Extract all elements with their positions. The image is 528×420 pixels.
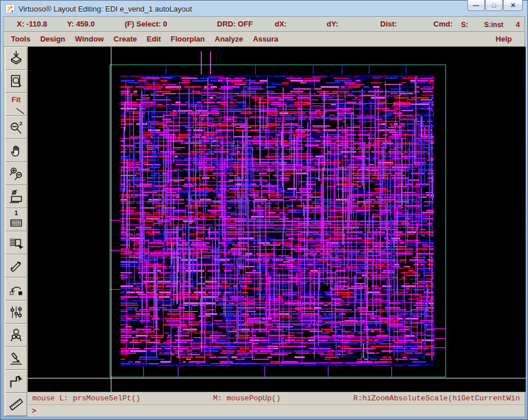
- stretch-icon: [9, 235, 24, 250]
- pan-button[interactable]: [5, 139, 27, 162]
- dy-readout: dY:: [327, 20, 338, 28]
- status-bar: X: -110.8 Y: 459.0 (F) Select: 0 DRD: OF…: [3, 17, 525, 32]
- verify-icon: [9, 351, 24, 366]
- create-instance-icon: [9, 215, 24, 230]
- menu-edit[interactable]: Edit: [147, 35, 161, 43]
- create-rectangle-icon: [9, 189, 24, 204]
- fit-button[interactable]: Fit: [5, 93, 27, 116]
- s-inst-readout: S:inst: [484, 21, 503, 29]
- layout-canvas[interactable]: [28, 47, 526, 392]
- create-path-icon: [9, 258, 24, 273]
- rotate-icon: [9, 282, 24, 297]
- close-button[interactable]: ✕: [503, 0, 523, 11]
- ruler-icon: [9, 397, 24, 412]
- y-coordinate-readout: Y: 459.0: [67, 20, 95, 28]
- fit-label: Fit: [6, 95, 27, 104]
- app-icon: [5, 4, 15, 13]
- fit-slash-icon: [16, 107, 25, 114]
- s-inst-count: 4: [516, 21, 520, 29]
- save-button[interactable]: [5, 47, 27, 70]
- dist-readout: Dist:: [380, 20, 397, 28]
- rotate-button[interactable]: [5, 278, 27, 301]
- layout-editing-area[interactable]: [28, 47, 525, 392]
- mouse-middle-binding: M: mousePopUp(): [213, 394, 280, 403]
- dx-readout: dX:: [275, 20, 287, 28]
- route-wire-button[interactable]: [5, 370, 27, 393]
- search-icon: [9, 328, 24, 343]
- menu-assura[interactable]: Assura: [253, 35, 278, 43]
- window-title: Virtuoso® Layout Editing: EDI e_vend_1 a…: [18, 5, 192, 13]
- x-coordinate-readout: X: -110.8: [17, 20, 47, 28]
- zoom-out-2x-button[interactable]: 2: [5, 116, 27, 139]
- mouse-bindings-bar: mouse L: prsMouseSelPt() M: mousePopUp()…: [28, 392, 525, 404]
- cmd-readout: Cmd:: [433, 20, 452, 28]
- svg-text:2: 2: [19, 120, 23, 126]
- create-path-button[interactable]: [5, 254, 27, 278]
- select-count-readout: (F) Select: 0: [125, 20, 167, 28]
- menu-tools[interactable]: Tools: [11, 35, 31, 43]
- menu-create[interactable]: Create: [114, 35, 137, 43]
- search-button[interactable]: [5, 324, 27, 347]
- create-rectangle-button[interactable]: [5, 185, 27, 208]
- instance-digit: 1: [6, 209, 27, 216]
- properties-button[interactable]: [5, 301, 27, 324]
- menu-analyze[interactable]: Analyze: [215, 35, 243, 43]
- zoom-to-area-button[interactable]: [5, 70, 27, 93]
- zoom-in-out-button[interactable]: [5, 162, 27, 185]
- menu-bar: Tools Design Window Create Edit Floorpla…: [3, 32, 525, 47]
- prompt-line: >: [28, 404, 525, 417]
- s-readout: S:: [461, 21, 468, 29]
- ruler-button[interactable]: [5, 393, 27, 416]
- route-wire-icon: [9, 374, 24, 389]
- stretch-button[interactable]: [5, 231, 27, 254]
- zoom-out-2x-icon: 2: [9, 120, 24, 135]
- virtuoso-window: Virtuoso® Layout Editing: EDI e_vend_1 a…: [0, 0, 528, 420]
- menu-design[interactable]: Design: [40, 35, 65, 43]
- prompt-symbol: >: [32, 407, 36, 415]
- minimize-button[interactable]: —: [467, 0, 485, 11]
- menu-help[interactable]: Help: [496, 35, 512, 43]
- zoom-to-area-icon: [9, 74, 24, 89]
- mouse-right-binding: R:hiZoomAbsoluteScale(hiGetCurrentWin: [353, 394, 520, 403]
- pan-icon: [9, 143, 24, 158]
- create-instance-button[interactable]: 1: [5, 208, 27, 231]
- maximize-button[interactable]: □: [485, 0, 503, 11]
- mouse-left-binding: mouse L: prsMouseSelPt(): [32, 394, 140, 403]
- drd-mode-readout: DRD: OFF: [217, 20, 253, 28]
- zoom-in-out-icon: [9, 166, 24, 181]
- save-icon: [9, 51, 24, 66]
- properties-icon: [9, 305, 24, 320]
- menu-floorplan[interactable]: Floorplan: [171, 35, 205, 43]
- title-bar: Virtuoso® Layout Editing: EDI e_vend_1 a…: [0, 0, 528, 16]
- verify-button[interactable]: [5, 347, 27, 370]
- menu-window[interactable]: Window: [75, 35, 104, 43]
- left-toolbar: Fit 2: [3, 47, 28, 416]
